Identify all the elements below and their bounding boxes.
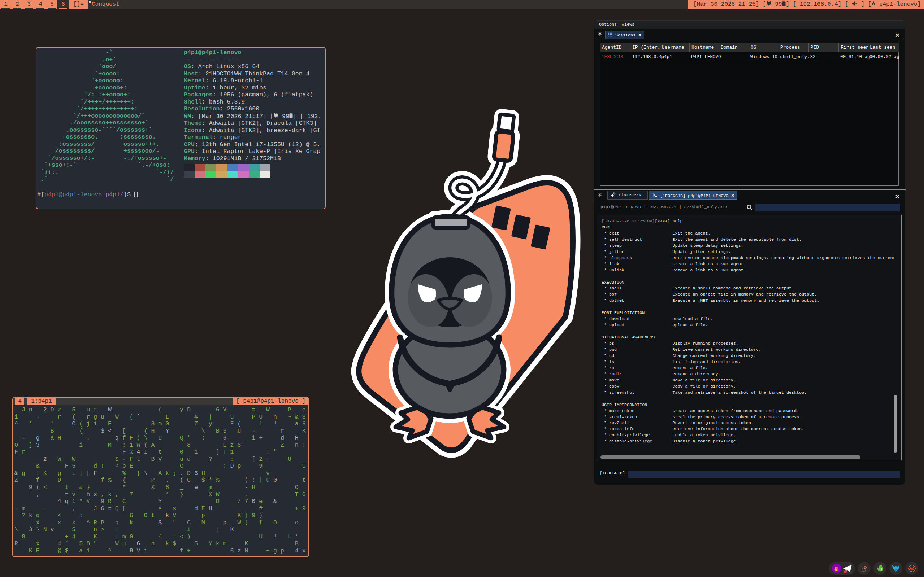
svg-text:hack: hack — [862, 571, 865, 572]
